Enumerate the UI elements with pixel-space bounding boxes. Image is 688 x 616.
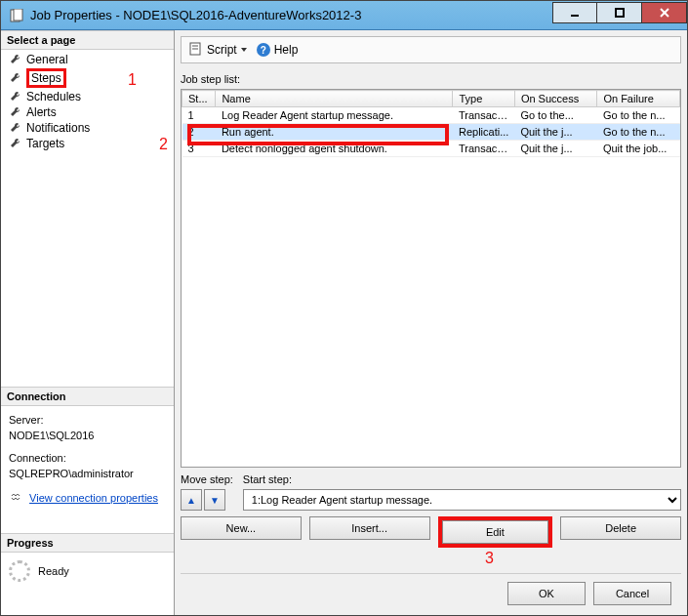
- progress-status: Ready: [38, 565, 69, 577]
- page-label: Steps: [26, 68, 66, 88]
- window-title: Job Properties - NODE1\SQL2016-Adventure…: [30, 8, 361, 22]
- col-header-failure[interactable]: On Failure: [597, 91, 680, 107]
- page-alerts[interactable]: Alerts: [5, 104, 170, 120]
- script-label: Script: [207, 43, 237, 57]
- left-panel: Select a page General Steps 1 Schedules: [1, 30, 175, 615]
- title-bar[interactable]: Job Properties - NODE1\SQL2016-Adventure…: [1, 1, 687, 30]
- progress-ring-icon: [9, 560, 30, 582]
- start-step-select[interactable]: 1:Log Reader Agent startup message.: [243, 489, 681, 511]
- progress-heading: Progress: [1, 533, 174, 553]
- new-button[interactable]: New...: [181, 516, 302, 540]
- wrench-icon: [9, 53, 22, 66]
- edit-button[interactable]: Edit: [442, 520, 549, 544]
- page-list: General Steps 1 Schedules Alerts Not: [1, 50, 174, 157]
- maximize-button[interactable]: [597, 2, 642, 23]
- page-general[interactable]: General: [5, 52, 170, 67]
- callout-2: 2: [159, 136, 168, 153]
- page-label: Schedules: [26, 90, 81, 103]
- server-label: Server:: [9, 412, 166, 429]
- col-header-success[interactable]: On Success: [514, 91, 597, 107]
- connection-panel: Server: NODE1\SQL2016 Connection: SQLREP…: [1, 406, 174, 514]
- wrench-icon: [9, 121, 22, 135]
- table-row-selected[interactable]: 2 Run agent. Replicati... Quit the j... …: [182, 124, 680, 141]
- page-label: Targets: [26, 137, 64, 150]
- page-schedules[interactable]: Schedules: [5, 89, 170, 104]
- callout-1: 1: [128, 71, 137, 89]
- toolbar: Script ? Help: [181, 36, 681, 63]
- window-icon: [9, 8, 24, 23]
- col-header-name[interactable]: Name: [216, 91, 453, 107]
- ok-button[interactable]: OK: [507, 582, 586, 605]
- script-button[interactable]: Script: [189, 42, 247, 59]
- connection-icon: [9, 490, 22, 509]
- connection-label: Connection:: [9, 450, 166, 467]
- arrow-up-icon: ▲: [186, 495, 196, 506]
- svg-rect-3: [616, 9, 624, 17]
- col-header-type[interactable]: Type: [453, 91, 514, 107]
- table-row[interactable]: 3 Detect nonlogged agent shutdown. Trans…: [182, 141, 680, 157]
- right-panel: Script ? Help Job step list: St... Name …: [175, 30, 687, 615]
- wrench-icon: [9, 105, 22, 119]
- dropdown-icon: [241, 48, 247, 52]
- move-down-button[interactable]: ▼: [204, 489, 225, 511]
- cancel-button[interactable]: Cancel: [593, 582, 671, 605]
- page-targets[interactable]: Targets: [5, 136, 170, 151]
- server-value: NODE1\SQL2016: [9, 428, 166, 444]
- insert-button[interactable]: Insert...: [309, 516, 430, 540]
- job-step-list-label: Job step list:: [181, 73, 681, 85]
- col-header-st[interactable]: St...: [182, 91, 216, 107]
- view-connection-properties-link[interactable]: View connection properties: [9, 490, 166, 509]
- page-label: Notifications: [26, 121, 90, 135]
- help-button[interactable]: ? Help: [257, 43, 299, 57]
- help-label: Help: [274, 43, 299, 57]
- move-step-label: Move step:: [181, 473, 233, 485]
- table-row[interactable]: 1 Log Reader Agent startup message. Tran…: [182, 107, 680, 124]
- arrow-down-icon: ▼: [210, 495, 220, 506]
- delete-button[interactable]: Delete: [560, 516, 681, 540]
- minimize-button[interactable]: [552, 2, 597, 23]
- page-label: General: [26, 53, 68, 66]
- wrench-icon: [9, 71, 22, 85]
- page-label: Alerts: [26, 105, 57, 119]
- script-icon: [189, 42, 203, 59]
- svg-rect-1: [14, 9, 22, 21]
- close-button[interactable]: [642, 2, 687, 23]
- callout-3: 3: [485, 550, 494, 566]
- select-page-heading: Select a page: [1, 30, 174, 50]
- help-icon: ?: [257, 43, 270, 57]
- step-grid[interactable]: St... Name Type On Success On Failure 1 …: [181, 89, 681, 468]
- start-step-label: Start step:: [243, 473, 681, 485]
- connection-value: SQLREPRO\administrator: [9, 466, 166, 482]
- wrench-icon: [9, 90, 22, 103]
- page-steps[interactable]: Steps: [5, 67, 170, 89]
- page-notifications[interactable]: Notifications: [5, 120, 170, 136]
- connection-heading: Connection: [1, 387, 174, 406]
- connection-link-text: View connection properties: [29, 492, 158, 504]
- move-up-button[interactable]: ▲: [181, 489, 202, 511]
- wrench-icon: [9, 137, 22, 150]
